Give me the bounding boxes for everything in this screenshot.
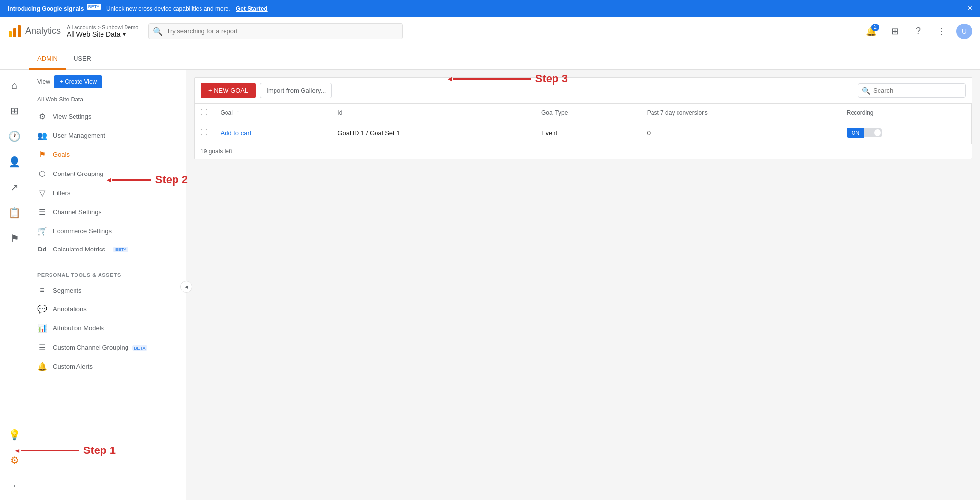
sidebar-item-user-management[interactable]: 👥 User Management [29, 126, 186, 145]
sidebar-item-annotations[interactable]: 💬 Annotations [29, 300, 186, 319]
filters-icon: ▽ [37, 188, 47, 198]
header-id: Id [331, 104, 535, 122]
header-search: 🔍 [148, 23, 853, 39]
new-goal-button[interactable]: + NEW GOAL [201, 83, 256, 98]
nav-admin[interactable]: ⚙ [3, 449, 26, 472]
goals-search-wrap: 🔍 [858, 83, 966, 98]
close-icon[interactable]: × [968, 4, 972, 13]
avatar[interactable]: U [956, 24, 972, 39]
create-view-button[interactable]: + Create View [54, 75, 103, 88]
user-management-label: User Management [53, 132, 105, 139]
svg-rect-0 [9, 31, 12, 37]
sidebar-collapse-button[interactable]: ◂ [180, 281, 192, 293]
view-label: View [37, 78, 50, 85]
main-layout: ⌂ ⊞ 🕐 👤 ↗ 📋 ⚑ 💡 ⚙ › View + Create View A… [0, 70, 980, 500]
goals-label: Goals [53, 151, 70, 158]
admin-tabs: ADMIN USER [0, 46, 980, 70]
sidebar-item-goals[interactable]: ⚑ Goals [29, 145, 186, 164]
second-sidebar: View + Create View All Web Site Data ⚙ V… [29, 70, 186, 500]
filters-label: Filters [53, 189, 70, 197]
goals-search-input[interactable] [858, 83, 966, 98]
nav-dashboard[interactable]: ⊞ [3, 99, 26, 123]
nav-expand[interactable]: › [3, 474, 26, 498]
custom-channel-beta: BETA [132, 345, 148, 351]
banner-text: Introducing Google signals BETA Unlock n… [8, 4, 268, 12]
sidebar-item-segments[interactable]: ≡ Segments [29, 281, 186, 300]
search-wrap: 🔍 [148, 23, 403, 39]
notifications-button[interactable]: 🔔 2 [862, 23, 880, 40]
logo: Analytics [8, 25, 61, 38]
header-recording: Recording [841, 104, 972, 122]
header: Analytics All accounts > Sunbowl Demo Al… [0, 17, 980, 46]
sidebar-item-custom-alerts[interactable]: 🔔 Custom Alerts [29, 357, 186, 376]
channel-settings-label: Channel Settings [53, 208, 101, 216]
more-button[interactable]: ⋮ [933, 23, 951, 40]
banner-introducing: Introducing Google signals [8, 5, 84, 12]
tab-admin[interactable]: ADMIN [29, 49, 66, 70]
table-row: Add to cart Goal ID 1 / Goal Set 1 Event… [195, 122, 972, 144]
banner-cta[interactable]: Get Started [236, 5, 268, 12]
search-icon: 🔍 [153, 26, 163, 36]
left-sidebar-bottom: 💡 ⚙ › [3, 423, 26, 500]
search-input[interactable] [148, 23, 403, 39]
select-all-checkbox[interactable] [201, 109, 207, 115]
ecommerce-icon: 🛒 [37, 226, 47, 236]
sidebar-item-ecommerce[interactable]: 🛒 Ecommerce Settings [29, 222, 186, 241]
toggle-thumb [874, 129, 881, 136]
apps-button[interactable]: ⊞ [886, 23, 904, 40]
view-settings-label: View Settings [53, 113, 92, 120]
sidebar-item-custom-channel[interactable]: ☰ Custom Channel Grouping BETA [29, 338, 186, 357]
toggle-on-button[interactable]: ON [847, 128, 865, 138]
goal-id-cell: Goal ID 1 / Goal Set 1 [331, 122, 535, 144]
goals-table: Goal ↑ Id Goal Type Past 7 day conversio… [195, 103, 972, 144]
tab-user[interactable]: USER [66, 49, 99, 70]
account-info: All accounts > Sunbowl Demo All Web Site… [67, 25, 138, 38]
content-area: View + Create View All Web Site Data ⚙ V… [29, 70, 980, 500]
logo-text: Analytics [25, 26, 61, 36]
calculated-metrics-icon: Dd [37, 246, 47, 253]
custom-channel-icon: ☰ [37, 343, 47, 352]
all-web-site-data-label: All Web Site Data [29, 94, 186, 107]
goal-type-cell: Event [535, 122, 641, 144]
header-actions: 🔔 2 ⊞ ? ⋮ U [862, 23, 972, 40]
nav-discover[interactable]: 💡 [3, 423, 26, 447]
nav-conversions[interactable]: ⚑ [3, 226, 26, 250]
apps-icon: ⊞ [891, 26, 899, 37]
nav-audience[interactable]: 👤 [3, 150, 26, 174]
import-from-gallery-button[interactable]: Import from Gallery... [260, 83, 332, 98]
calculated-metrics-beta: BETA [113, 247, 128, 252]
svg-rect-1 [13, 28, 16, 37]
nav-acquisition[interactable]: ↗ [3, 175, 26, 199]
goal-recording-cell: ON [841, 122, 972, 144]
recording-toggle[interactable]: ON [847, 128, 965, 138]
calculated-metrics-label: Calculated Metrics [53, 246, 105, 253]
toggle-track[interactable] [864, 128, 882, 137]
header-goal: Goal ↑ [215, 104, 332, 122]
table-toolbar: + NEW GOAL Import from Gallery... 🔍 [195, 78, 972, 103]
sidebar-item-view-settings[interactable]: ⚙ View Settings [29, 107, 186, 126]
sidebar-item-content-grouping[interactable]: ⬡ Content Grouping [29, 164, 186, 183]
annotations-label: Annotations [53, 305, 87, 313]
nav-realtime[interactable]: 🕐 [3, 125, 26, 148]
sidebar-item-channel-settings[interactable]: ☰ Channel Settings [29, 202, 186, 222]
nav-behavior[interactable]: 📋 [3, 201, 26, 225]
chevron-down-icon: ▾ [123, 31, 126, 38]
custom-channel-label: Custom Channel Grouping BETA [53, 344, 147, 351]
sidebar-item-attribution-models[interactable]: 📊 Attribution Models [29, 319, 186, 338]
header-goal-type: Goal Type [535, 104, 641, 122]
account-selector[interactable]: All Web Site Data ▾ [67, 30, 138, 38]
row-checkbox[interactable] [201, 129, 207, 135]
sidebar-item-filters[interactable]: ▽ Filters [29, 183, 186, 202]
banner-beta: BETA [87, 4, 101, 10]
channel-settings-icon: ☰ [37, 207, 47, 217]
sidebar-item-calculated-metrics[interactable]: Dd Calculated Metrics BETA [29, 241, 186, 258]
second-sidebar-wrapper: View + Create View All Web Site Data ⚙ V… [29, 70, 186, 500]
main-content: + NEW GOAL Import from Gallery... 🔍 [186, 70, 980, 500]
nav-home[interactable]: ⌂ [3, 74, 26, 97]
goals-table-wrapper: + NEW GOAL Import from Gallery... 🔍 [194, 77, 972, 159]
custom-alerts-icon: 🔔 [37, 362, 47, 371]
notification-count: 2 [871, 24, 879, 31]
more-icon: ⋮ [937, 26, 946, 37]
help-button[interactable]: ? [909, 23, 927, 40]
goal-link[interactable]: Add to cart [221, 129, 251, 137]
